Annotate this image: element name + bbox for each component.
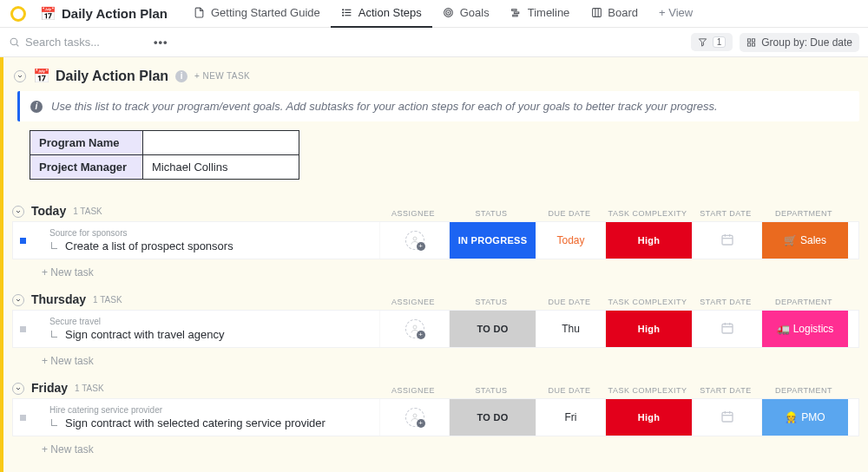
duedate-cell[interactable]: Thu bbox=[536, 311, 605, 347]
status-cell[interactable]: IN PROGRESS bbox=[449, 222, 536, 259]
more-menu-icon[interactable]: ••• bbox=[154, 36, 168, 49]
status-cell[interactable]: TO DO bbox=[449, 399, 536, 436]
meta-key: Project Manager bbox=[30, 155, 143, 180]
group-title[interactable]: Thursday 1 TASK bbox=[31, 292, 378, 306]
department-cell[interactable]: 👷PMO bbox=[761, 399, 848, 436]
dept-name: Logistics bbox=[793, 323, 834, 335]
svg-rect-28 bbox=[722, 324, 733, 333]
column-header: DEPARTMENT bbox=[760, 298, 847, 306]
dept-name: Sales bbox=[800, 234, 826, 246]
task-name-cell[interactable]: Source for sponsorsCreate a list of pros… bbox=[32, 222, 379, 259]
task-handle[interactable] bbox=[13, 311, 32, 347]
subtask-icon bbox=[49, 242, 60, 251]
search-input[interactable] bbox=[25, 36, 147, 49]
assignee-cell[interactable]: + bbox=[379, 399, 449, 436]
tab-getting-started-guide[interactable]: Getting Started Guide bbox=[183, 0, 331, 28]
dept-emoji-icon: 👷 bbox=[785, 411, 798, 423]
duedate-cell[interactable]: Fri bbox=[536, 399, 605, 436]
parent-task-label: Secure travel bbox=[39, 317, 225, 326]
svg-point-27 bbox=[413, 325, 417, 329]
tab-label: Action Steps bbox=[358, 6, 422, 19]
complexity-cell[interactable]: High bbox=[605, 311, 692, 347]
department-cell[interactable]: 🚛Logistics bbox=[761, 311, 848, 347]
tab-timeline[interactable]: Timeline bbox=[500, 0, 581, 28]
svg-point-32 bbox=[413, 414, 417, 417]
meta-row: Project ManagerMichael Collins bbox=[30, 155, 299, 180]
svg-rect-23 bbox=[722, 235, 733, 245]
collapse-group-icon[interactable] bbox=[12, 294, 24, 306]
due-date: Thu bbox=[562, 323, 580, 335]
tab-goals[interactable]: Goals bbox=[432, 0, 500, 28]
add-view-button[interactable]: + View bbox=[648, 0, 703, 28]
task-row[interactable]: Source for sponsorsCreate a list of pros… bbox=[12, 221, 859, 259]
task-handle[interactable] bbox=[13, 222, 32, 259]
svg-rect-10 bbox=[515, 12, 519, 14]
startdate-cell[interactable] bbox=[692, 222, 761, 259]
complexity-cell[interactable]: High bbox=[605, 399, 692, 436]
new-task-button[interactable]: + New task bbox=[12, 436, 859, 456]
banner-text: Use this list to track your program/even… bbox=[51, 100, 718, 113]
filter-icon bbox=[698, 37, 707, 47]
duedate-cell[interactable]: Today bbox=[536, 222, 605, 259]
filter-pill[interactable]: 1 bbox=[691, 33, 733, 51]
groupby-pill[interactable]: Group by: Due date bbox=[740, 33, 859, 52]
status-badge: TO DO bbox=[450, 311, 536, 347]
subtask-icon bbox=[49, 419, 60, 428]
view-tabs: Getting Started GuideAction StepsGoalsTi… bbox=[183, 0, 703, 28]
column-header: DEPARTMENT bbox=[760, 386, 847, 395]
subtask-icon bbox=[49, 331, 60, 339]
collapse-section-icon[interactable] bbox=[14, 70, 26, 82]
tab-label: Board bbox=[608, 6, 638, 19]
tab-label: Getting Started Guide bbox=[211, 6, 320, 19]
meta-value[interactable]: Michael Collins bbox=[143, 155, 299, 180]
info-icon[interactable]: i bbox=[175, 70, 187, 82]
status-square-icon bbox=[20, 326, 26, 332]
svg-point-4 bbox=[343, 12, 344, 13]
task-name: Sign contract with travel agency bbox=[65, 328, 225, 341]
tab-board[interactable]: Board bbox=[580, 0, 648, 28]
timeline-icon bbox=[510, 7, 523, 19]
startdate-cell[interactable] bbox=[692, 399, 761, 436]
new-task-button[interactable]: + New task bbox=[12, 348, 859, 367]
assignee-cell[interactable]: + bbox=[379, 311, 449, 347]
complexity-badge: High bbox=[606, 311, 692, 347]
content-area: 📅 Daily Action Plan i + NEW TASK i Use t… bbox=[0, 57, 868, 472]
new-task-button[interactable]: + NEW TASK bbox=[194, 71, 250, 81]
new-task-button[interactable]: + New task bbox=[12, 259, 859, 279]
column-header: STATUS bbox=[448, 386, 535, 395]
svg-rect-9 bbox=[512, 10, 516, 11]
column-header: ASSIGNEE bbox=[378, 386, 448, 395]
assignee-cell[interactable]: + bbox=[379, 222, 449, 259]
meta-value[interactable] bbox=[143, 131, 299, 155]
collapse-group-icon[interactable] bbox=[12, 206, 24, 218]
task-name-cell[interactable]: Hire catering service providerSign contr… bbox=[32, 399, 379, 436]
status-square-icon bbox=[20, 415, 26, 421]
collapse-group-icon[interactable] bbox=[12, 383, 24, 395]
search-wrap bbox=[9, 36, 147, 49]
complexity-cell[interactable]: High bbox=[605, 222, 692, 259]
startdate-cell[interactable] bbox=[692, 311, 761, 347]
group-friday: Friday 1 TASKASSIGNEESTATUSDUE DATETASK … bbox=[12, 381, 859, 456]
status-badge: IN PROGRESS bbox=[450, 222, 536, 259]
parent-task-label: Hire catering service provider bbox=[39, 405, 326, 415]
tab-action-steps[interactable]: Action Steps bbox=[331, 0, 432, 28]
task-name-cell[interactable]: Secure travelSign contract with travel a… bbox=[32, 311, 379, 347]
status-cell[interactable]: TO DO bbox=[449, 311, 536, 347]
filter-count: 1 bbox=[713, 36, 727, 48]
meta-table: Program NameProject ManagerMichael Colli… bbox=[30, 130, 299, 180]
complexity-badge: High bbox=[606, 399, 692, 436]
department-cell[interactable]: 🛒Sales bbox=[761, 222, 848, 259]
calendar-icon bbox=[720, 410, 734, 426]
task-row[interactable]: Hire catering service providerSign contr… bbox=[12, 398, 859, 436]
group-title[interactable]: Friday 1 TASK bbox=[31, 381, 378, 395]
tab-label: Timeline bbox=[528, 6, 570, 19]
task-handle[interactable] bbox=[13, 399, 32, 436]
calendar-icon bbox=[720, 233, 734, 249]
column-header: START DATE bbox=[691, 209, 760, 218]
group-title[interactable]: Today 1 TASK bbox=[31, 204, 378, 218]
page-title[interactable]: 📅 Daily Action Plan bbox=[33, 6, 174, 22]
brand-icon bbox=[10, 6, 26, 22]
task-row[interactable]: Secure travelSign contract with travel a… bbox=[12, 310, 859, 348]
column-header: TASK COMPLEXITY bbox=[604, 209, 691, 218]
department-badge: 👷PMO bbox=[762, 399, 848, 436]
